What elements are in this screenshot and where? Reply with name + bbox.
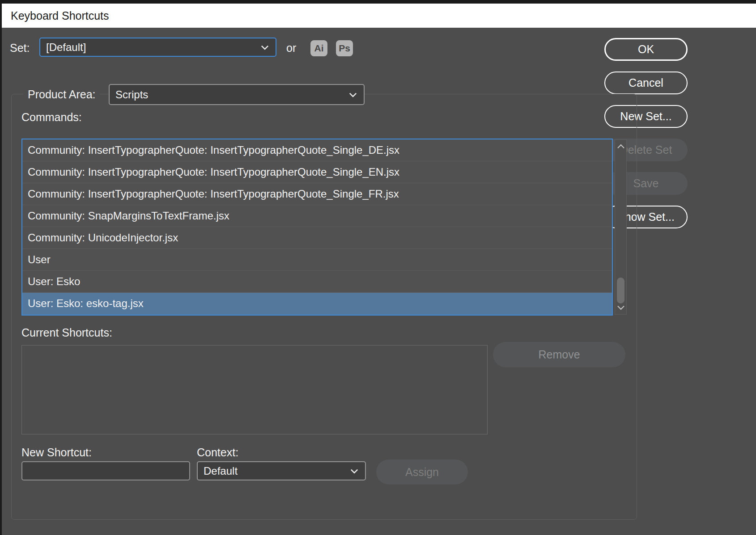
set-label: Set: [10, 42, 30, 55]
product-area-value: Scripts [115, 88, 148, 101]
scrollbar-thumb[interactable] [617, 278, 624, 303]
window-left-edge [0, 0, 2, 535]
dialog-title: Keyboard Shortcuts [2, 9, 109, 22]
set-dropdown-value: [Default] [46, 41, 86, 54]
current-shortcuts-list[interactable] [21, 345, 488, 434]
new-shortcut-label: New Shortcut: [21, 446, 92, 459]
cancel-button[interactable]: Cancel [604, 72, 688, 94]
command-list-item-selected[interactable]: User: Esko: esko-tag.jsx [22, 293, 612, 315]
keyboard-shortcuts-dialog: Keyboard Shortcuts Set: [Default] or Ai … [0, 0, 756, 535]
scroll-up-icon[interactable] [617, 144, 624, 152]
scroll-down-icon[interactable] [617, 303, 624, 310]
command-list-item[interactable]: Community: InsertTypographerQuote: Inser… [22, 161, 612, 183]
photoshop-app-icon[interactable]: Ps [336, 40, 353, 56]
commands-label: Commands: [21, 111, 82, 124]
new-shortcut-input[interactable] [21, 461, 190, 480]
product-area-label: Product Area: [23, 87, 100, 102]
assign-button: Assign [376, 459, 468, 484]
command-list-item[interactable]: Community: UnicodeInjector.jsx [22, 227, 612, 249]
window-top-edge [0, 0, 756, 4]
command-list-item[interactable]: Community: SnapMarginsToTextFrame.jsx [22, 205, 612, 227]
context-label: Context: [197, 446, 238, 459]
or-label: or [286, 42, 296, 55]
chevron-down-icon [349, 90, 357, 97]
commands-scrollbar[interactable] [615, 139, 627, 315]
commands-list: Community: InsertTypographerQuote: Inser… [21, 139, 613, 316]
illustrator-app-icon[interactable]: Ai [310, 40, 327, 56]
chevron-down-icon [261, 42, 269, 50]
product-area-dropdown[interactable]: Scripts [109, 84, 365, 105]
command-list-item[interactable]: User [22, 249, 612, 271]
set-dropdown[interactable]: [Default] [39, 38, 276, 57]
remove-button: Remove [493, 342, 625, 367]
current-shortcuts-label: Current Shortcuts: [21, 326, 112, 339]
titlebar: Keyboard Shortcuts [2, 4, 756, 28]
context-dropdown[interactable]: Default [197, 461, 366, 480]
context-dropdown-value: Default [204, 465, 238, 477]
ok-button[interactable]: OK [604, 38, 688, 61]
command-list-item[interactable]: User: Esko [22, 271, 612, 293]
command-list-item[interactable]: Community: InsertTypographerQuote: Inser… [22, 139, 612, 161]
chevron-down-icon [351, 466, 358, 474]
command-list-item[interactable]: Community: InsertTypographerQuote: Inser… [22, 183, 612, 205]
